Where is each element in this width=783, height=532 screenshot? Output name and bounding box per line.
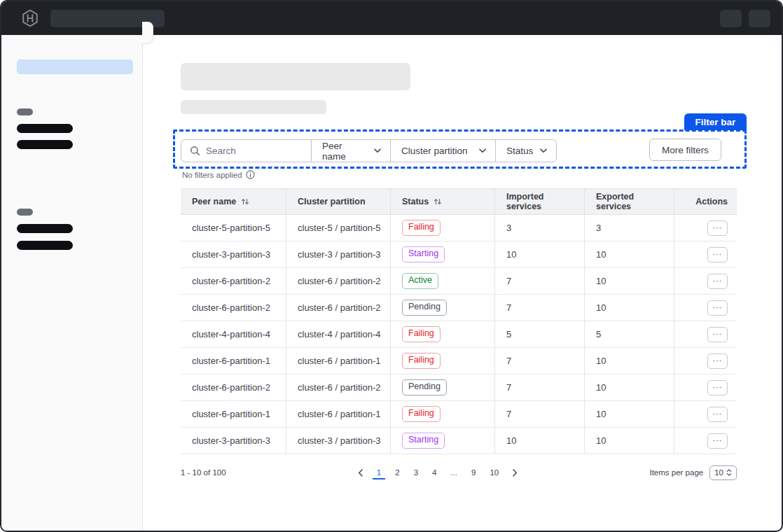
sidebar-item-placeholder[interactable] [17,140,73,149]
row-actions-button[interactable]: ··· [707,247,728,262]
cell-status: Pending [391,295,495,321]
column-header-peer-name[interactable]: Peer name [181,189,286,214]
pagination-page-3[interactable]: 3 [410,466,422,479]
cell-exported-services: 10 [585,428,674,454]
cell-imported-services: 7 [495,268,585,294]
cell-exported-services: 3 [585,215,674,241]
status-badge: Failing [402,220,441,236]
pagination-page-4[interactable]: 4 [428,466,441,479]
row-actions-button[interactable]: ··· [707,354,728,369]
status-badge: Failing [402,406,441,422]
table-row[interactable]: cluster-6-partition-1 cluster-6 / partit… [181,348,737,374]
search-field[interactable] [181,139,312,162]
row-actions-button[interactable]: ··· [707,380,728,396]
cell-imported-services: 10 [495,428,585,454]
cell-actions: ··· [674,268,737,294]
pagination-controls: 1234...910 [226,466,650,479]
cell-actions: ··· [674,295,737,321]
cell-exported-services: 10 [585,295,674,321]
pagination-page-1[interactable]: 1 [373,466,385,479]
select-caret-icon [726,469,732,476]
table-row[interactable]: cluster-6-partition-2 cluster-6 / partit… [181,295,737,321]
items-per-page-label: Items per page [649,468,703,477]
pagination-page-2[interactable]: 2 [391,466,403,479]
table-row[interactable]: cluster-6-partition-2 cluster-6 / partit… [181,268,737,295]
items-per-page: Items per page 10 [649,465,737,480]
cell-actions: ··· [674,374,737,400]
status-dropdown-label: Status [506,146,533,156]
cell-actions: ··· [674,348,737,374]
previous-page-button[interactable] [354,467,367,479]
status-badge: Pending [402,379,447,396]
more-filters-button[interactable]: More filters [649,139,721,161]
top-nav [1,1,782,35]
chevron-down-icon [479,148,486,153]
status-dropdown[interactable]: Status [495,139,557,162]
app-window: Filter bar Peer name Cluster partition [0,0,783,532]
row-actions-button[interactable]: ··· [707,220,728,236]
cell-imported-services: 5 [495,321,585,347]
sidebar-active-item-placeholder[interactable] [17,59,133,74]
search-icon [190,146,200,156]
column-header-status[interactable]: Status [391,189,495,214]
table-row[interactable]: cluster-6-partition-1 cluster-6 / partit… [181,401,737,428]
sidebar-item-placeholder[interactable] [17,124,73,133]
annotation-label: Filter bar [684,113,747,130]
table-row[interactable]: cluster-5-partition-5 cluster-5 / partit… [181,215,737,241]
page-title-placeholder [181,63,410,90]
status-badge: Pending [402,300,447,316]
cell-cluster-partition: cluster-5 / partition-5 [286,215,391,241]
cell-imported-services: 7 [495,401,585,427]
pagination-page-9[interactable]: 9 [467,466,480,479]
column-header-cluster-partition[interactable]: Cluster partition [286,189,391,214]
info-icon[interactable] [246,170,255,179]
sidebar-item-placeholder[interactable] [17,224,73,233]
cell-peer-name: cluster-6-partition-1 [181,401,286,427]
cell-peer-name: cluster-6-partition-2 [181,295,286,321]
no-filters-text: No filters applied [182,171,242,179]
table-row[interactable]: cluster-3-partition-3 cluster-3 / partit… [181,241,737,268]
nav-action-placeholder-2[interactable] [749,10,770,27]
items-per-page-select[interactable]: 10 [709,465,737,480]
peer-name-dropdown[interactable]: Peer name [311,139,391,162]
sidebar-collapse-handle[interactable] [142,22,153,44]
row-actions-button[interactable]: ··· [707,274,728,289]
filter-bar: Peer name Cluster partition Status [181,139,557,162]
cell-cluster-partition: cluster-6 / partition-2 [286,268,391,294]
column-header-exported-services: Exported services [585,189,674,214]
next-page-button[interactable] [508,467,521,479]
row-actions-button[interactable]: ··· [707,300,728,316]
cell-peer-name: cluster-4-partition-4 [181,321,286,347]
cell-exported-services: 10 [585,241,674,267]
search-input[interactable] [206,146,304,156]
sort-icon [434,197,442,206]
row-actions-button[interactable]: ··· [707,327,728,342]
cell-imported-services: 7 [495,374,585,400]
row-actions-button[interactable]: ··· [707,407,728,422]
cell-imported-services: 7 [495,295,585,321]
table-row[interactable]: cluster-4-partition-4 cluster-4 / partit… [181,321,737,348]
table-row[interactable]: cluster-6-partition-2 cluster-6 / partit… [181,374,737,401]
cell-imported-services: 7 [495,348,585,374]
nav-action-placeholder-1[interactable] [720,10,742,27]
row-actions-button[interactable]: ··· [707,433,728,449]
cell-status: Pending [391,374,495,400]
column-header-actions: Actions [674,189,737,214]
cell-peer-name: cluster-3-partition-3 [181,428,286,454]
table-row[interactable]: cluster-3-partition-3 cluster-3 / partit… [181,428,737,454]
cell-status: Starting [391,241,495,267]
cluster-partition-dropdown-label: Cluster partition [401,146,468,156]
cell-peer-name: cluster-5-partition-5 [181,215,286,241]
cluster-partition-dropdown[interactable]: Cluster partition [390,139,496,162]
sidebar-item-placeholder[interactable] [17,241,73,250]
cell-peer-name: cluster-3-partition-3 [181,241,286,267]
peer-name-dropdown-label: Peer name [322,141,367,162]
pagination-ellipsis: ... [446,466,462,479]
cell-cluster-partition: cluster-3 / partition-3 [286,428,391,454]
chevron-down-icon [540,148,547,153]
pagination-page-10[interactable]: 10 [485,466,503,479]
status-badge: Starting [402,433,445,449]
cell-actions: ··· [674,215,737,241]
cell-status: Active [391,268,495,294]
sidebar-section-label-placeholder [17,108,33,115]
